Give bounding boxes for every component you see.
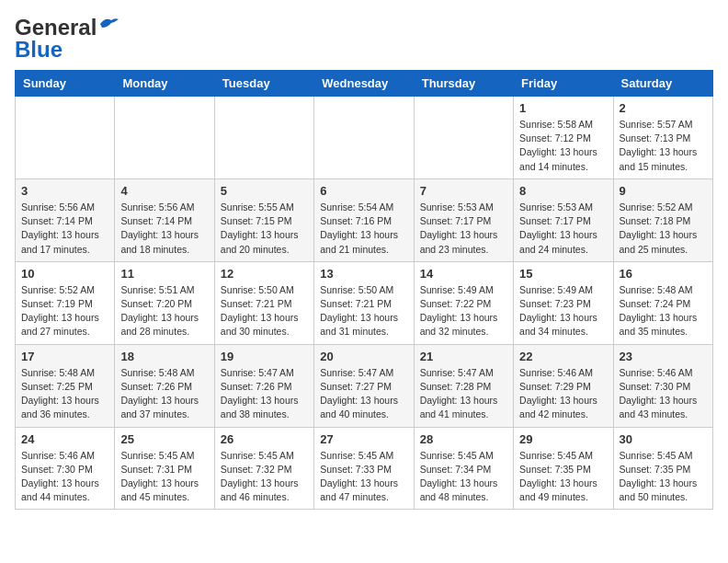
day-number: 21: [420, 350, 507, 363]
weekday-header-saturday: Saturday: [613, 71, 712, 97]
calendar-cell: 29Sunrise: 5:45 AM Sunset: 7:35 PM Dayli…: [514, 427, 613, 510]
calendar-cell: 17Sunrise: 5:48 AM Sunset: 7:25 PM Dayli…: [16, 344, 115, 427]
calendar-cell: 4Sunrise: 5:56 AM Sunset: 7:14 PM Daylig…: [115, 178, 214, 261]
day-info: Sunrise: 5:45 AM Sunset: 7:33 PM Dayligh…: [320, 449, 407, 505]
calendar-cell: 7Sunrise: 5:53 AM Sunset: 7:17 PM Daylig…: [414, 178, 513, 261]
day-info: Sunrise: 5:50 AM Sunset: 7:21 PM Dayligh…: [221, 283, 308, 339]
calendar-cell: 12Sunrise: 5:50 AM Sunset: 7:21 PM Dayli…: [214, 261, 313, 344]
day-info: Sunrise: 5:45 AM Sunset: 7:31 PM Dayligh…: [120, 449, 208, 505]
calendar-cell: 10Sunrise: 5:52 AM Sunset: 7:19 PM Dayli…: [16, 261, 115, 344]
calendar-cell: 19Sunrise: 5:47 AM Sunset: 7:26 PM Dayli…: [214, 344, 313, 427]
day-info: Sunrise: 5:56 AM Sunset: 7:14 PM Dayligh…: [120, 201, 208, 257]
calendar-cell: [214, 97, 313, 179]
day-number: 7: [420, 184, 507, 198]
day-number: 15: [519, 267, 607, 281]
day-info: Sunrise: 5:53 AM Sunset: 7:17 PM Dayligh…: [420, 201, 507, 257]
day-info: Sunrise: 5:56 AM Sunset: 7:14 PM Dayligh…: [21, 201, 108, 257]
weekday-header-tuesday: Tuesday: [214, 71, 313, 97]
calendar-cell: 22Sunrise: 5:46 AM Sunset: 7:29 PM Dayli…: [514, 344, 613, 427]
day-number: 18: [120, 350, 208, 363]
calendar-cell: 3Sunrise: 5:56 AM Sunset: 7:14 PM Daylig…: [16, 178, 115, 261]
day-number: 17: [21, 350, 108, 363]
day-info: Sunrise: 5:48 AM Sunset: 7:24 PM Dayligh…: [620, 283, 707, 339]
day-number: 25: [120, 432, 208, 446]
calendar-week-5: 24Sunrise: 5:46 AM Sunset: 7:30 PM Dayli…: [16, 427, 713, 510]
day-info: Sunrise: 5:45 AM Sunset: 7:35 PM Dayligh…: [519, 449, 607, 505]
calendar-cell: [115, 97, 214, 179]
calendar-cell: 25Sunrise: 5:45 AM Sunset: 7:31 PM Dayli…: [115, 427, 214, 510]
day-info: Sunrise: 5:51 AM Sunset: 7:20 PM Dayligh…: [120, 283, 208, 339]
calendar-cell: 1Sunrise: 5:58 AM Sunset: 7:12 PM Daylig…: [514, 97, 613, 179]
day-info: Sunrise: 5:57 AM Sunset: 7:13 PM Dayligh…: [620, 118, 707, 174]
calendar-cell: 16Sunrise: 5:48 AM Sunset: 7:24 PM Dayli…: [613, 261, 712, 344]
day-number: 12: [221, 267, 308, 281]
day-info: Sunrise: 5:50 AM Sunset: 7:21 PM Dayligh…: [320, 283, 407, 339]
day-info: Sunrise: 5:45 AM Sunset: 7:35 PM Dayligh…: [620, 449, 707, 505]
day-info: Sunrise: 5:53 AM Sunset: 7:17 PM Dayligh…: [519, 201, 607, 257]
day-number: 5: [221, 184, 308, 198]
day-info: Sunrise: 5:54 AM Sunset: 7:16 PM Dayligh…: [320, 201, 407, 257]
weekday-header-friday: Friday: [514, 71, 613, 97]
day-info: Sunrise: 5:45 AM Sunset: 7:32 PM Dayligh…: [221, 449, 308, 505]
day-number: 8: [519, 184, 607, 198]
calendar-cell: 15Sunrise: 5:49 AM Sunset: 7:23 PM Dayli…: [514, 261, 613, 344]
day-number: 16: [620, 267, 707, 281]
day-number: 3: [21, 184, 108, 198]
weekday-header-row: SundayMondayTuesdayWednesdayThursdayFrid…: [16, 71, 713, 97]
day-number: 19: [221, 350, 308, 363]
logo: General Blue: [15, 15, 119, 63]
calendar-week-3: 10Sunrise: 5:52 AM Sunset: 7:19 PM Dayli…: [16, 261, 713, 344]
calendar-cell: 28Sunrise: 5:45 AM Sunset: 7:34 PM Dayli…: [414, 427, 513, 510]
calendar-cell: 9Sunrise: 5:52 AM Sunset: 7:18 PM Daylig…: [613, 178, 712, 261]
day-info: Sunrise: 5:47 AM Sunset: 7:28 PM Dayligh…: [420, 366, 507, 422]
day-info: Sunrise: 5:58 AM Sunset: 7:12 PM Dayligh…: [519, 118, 607, 174]
day-info: Sunrise: 5:52 AM Sunset: 7:19 PM Dayligh…: [21, 283, 108, 339]
day-number: 6: [320, 184, 407, 198]
weekday-header-wednesday: Wednesday: [314, 71, 414, 97]
calendar-cell: 5Sunrise: 5:55 AM Sunset: 7:15 PM Daylig…: [214, 178, 313, 261]
weekday-header-sunday: Sunday: [16, 71, 115, 97]
calendar-cell: 14Sunrise: 5:49 AM Sunset: 7:22 PM Dayli…: [414, 261, 513, 344]
day-info: Sunrise: 5:47 AM Sunset: 7:26 PM Dayligh…: [221, 366, 308, 422]
day-number: 30: [620, 432, 707, 446]
day-number: 11: [120, 267, 208, 281]
calendar-cell: 6Sunrise: 5:54 AM Sunset: 7:16 PM Daylig…: [314, 178, 414, 261]
day-number: 10: [21, 267, 108, 281]
calendar-cell: 13Sunrise: 5:50 AM Sunset: 7:21 PM Dayli…: [314, 261, 414, 344]
calendar-cell: 20Sunrise: 5:47 AM Sunset: 7:27 PM Dayli…: [314, 344, 414, 427]
day-number: 28: [420, 432, 507, 446]
day-number: 14: [420, 267, 507, 281]
day-number: 1: [519, 101, 607, 115]
day-info: Sunrise: 5:48 AM Sunset: 7:26 PM Dayligh…: [120, 366, 208, 422]
day-number: 27: [320, 432, 407, 446]
logo-bird-icon: [98, 17, 119, 31]
logo-blue: Blue: [15, 37, 63, 62]
calendar-cell: 21Sunrise: 5:47 AM Sunset: 7:28 PM Dayli…: [414, 344, 513, 427]
calendar-cell: 24Sunrise: 5:46 AM Sunset: 7:30 PM Dayli…: [16, 427, 115, 510]
day-info: Sunrise: 5:49 AM Sunset: 7:23 PM Dayligh…: [519, 283, 607, 339]
day-info: Sunrise: 5:49 AM Sunset: 7:22 PM Dayligh…: [420, 283, 507, 339]
calendar-cell: 27Sunrise: 5:45 AM Sunset: 7:33 PM Dayli…: [314, 427, 414, 510]
day-info: Sunrise: 5:46 AM Sunset: 7:30 PM Dayligh…: [21, 449, 108, 505]
day-number: 26: [221, 432, 308, 446]
calendar-cell: 18Sunrise: 5:48 AM Sunset: 7:26 PM Dayli…: [115, 344, 214, 427]
weekday-header-thursday: Thursday: [414, 71, 513, 97]
day-number: 22: [519, 350, 607, 363]
day-number: 4: [120, 184, 208, 198]
calendar-cell: 11Sunrise: 5:51 AM Sunset: 7:20 PM Dayli…: [115, 261, 214, 344]
calendar-cell: 2Sunrise: 5:57 AM Sunset: 7:13 PM Daylig…: [613, 97, 712, 179]
day-info: Sunrise: 5:46 AM Sunset: 7:30 PM Dayligh…: [620, 366, 707, 422]
weekday-header-monday: Monday: [115, 71, 214, 97]
calendar-week-1: 1Sunrise: 5:58 AM Sunset: 7:12 PM Daylig…: [16, 97, 713, 179]
day-number: 9: [620, 184, 707, 198]
calendar-cell: [314, 97, 414, 179]
day-info: Sunrise: 5:46 AM Sunset: 7:29 PM Dayligh…: [519, 366, 607, 422]
calendar-week-2: 3Sunrise: 5:56 AM Sunset: 7:14 PM Daylig…: [16, 178, 713, 261]
day-info: Sunrise: 5:52 AM Sunset: 7:18 PM Dayligh…: [620, 201, 707, 257]
calendar-cell: 30Sunrise: 5:45 AM Sunset: 7:35 PM Dayli…: [613, 427, 712, 510]
calendar-table: SundayMondayTuesdayWednesdayThursdayFrid…: [15, 70, 713, 510]
calendar-cell: [414, 97, 513, 179]
day-info: Sunrise: 5:45 AM Sunset: 7:34 PM Dayligh…: [420, 449, 507, 505]
calendar-cell: [16, 97, 115, 179]
day-info: Sunrise: 5:55 AM Sunset: 7:15 PM Dayligh…: [221, 201, 308, 257]
